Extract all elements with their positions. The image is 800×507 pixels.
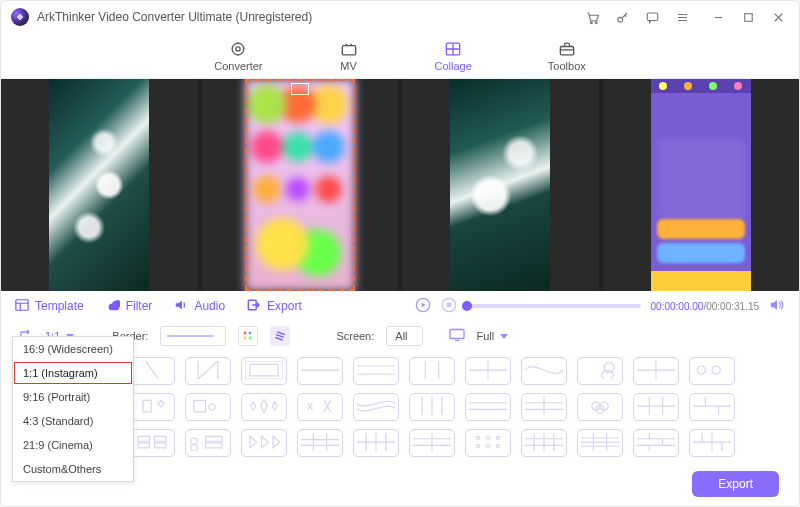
svg-rect-3 [647,13,658,21]
aspect-ratio-option[interactable]: 16:9 (Widescreen) [13,337,133,361]
nav-collage[interactable]: Collage [435,40,472,72]
converter-icon [228,40,248,58]
layout-template-cell[interactable] [521,357,567,385]
layout-template-cell[interactable] [129,393,175,421]
nav-label: Converter [214,60,262,72]
collage-preview[interactable] [1,79,799,291]
layout-template-cell[interactable] [465,357,511,385]
collage-pane-3[interactable] [402,79,599,291]
nav-toolbox[interactable]: Toolbox [548,40,586,72]
subtool-label: Audio [194,299,225,313]
audio-icon [174,298,188,315]
layout-template-cell[interactable] [577,357,623,385]
layout-template-cell[interactable] [241,393,287,421]
subtool-label: Export [267,299,302,313]
layout-template-cell[interactable] [353,393,399,421]
layout-template-cell[interactable] [577,393,623,421]
svg-point-18 [249,337,252,340]
layout-template-cell[interactable] [633,393,679,421]
volume-icon[interactable] [769,297,785,316]
layout-template-cell[interactable] [633,357,679,385]
titlebar: ArkThinker Video Converter Ultimate (Unr… [1,1,799,33]
nav-converter[interactable]: Converter [214,40,262,72]
svg-rect-7 [342,45,355,54]
nav-label: Collage [435,60,472,72]
app-logo [11,8,29,26]
svg-point-15 [244,332,247,335]
collage-pane-4[interactable] [603,79,800,291]
layout-template-cell[interactable] [185,393,231,421]
playback-timeline[interactable] [467,304,641,308]
layout-template-cell[interactable] [689,429,735,457]
aspect-ratio-option[interactable]: 4:3 (Standard) [13,409,133,433]
close-icon[interactable] [767,6,789,28]
layout-template-cell[interactable] [521,429,567,457]
display-mode-dropdown[interactable]: Full [477,330,509,342]
app-title: ArkThinker Video Converter Ultimate (Unr… [37,10,312,24]
layout-template-cell[interactable] [241,357,287,385]
layout-template-cell[interactable] [633,429,679,457]
subtool-label: Filter [126,299,153,313]
layout-template-cell[interactable] [465,429,511,457]
maximize-icon[interactable] [737,6,759,28]
key-icon[interactable] [611,6,633,28]
time-duration: 00:00:31.15 [706,301,759,312]
layout-template-cell[interactable] [129,357,175,385]
layout-template-cell[interactable] [689,357,735,385]
layout-template-cell[interactable] [409,357,455,385]
border-pattern-toggle[interactable] [270,326,290,346]
export-button[interactable]: Export [692,471,779,497]
timeline-knob[interactable] [462,301,472,311]
screen-select[interactable]: All [386,326,422,346]
border-style-dropdown[interactable] [160,326,226,346]
layout-template-cell[interactable] [185,357,231,385]
svg-point-0 [590,21,592,23]
svg-rect-14 [446,302,450,306]
svg-rect-4 [744,13,752,21]
layout-template-cell[interactable] [465,393,511,421]
svg-rect-10 [16,299,28,310]
aspect-ratio-option[interactable]: 21:9 (Cinema) [13,433,133,457]
feedback-icon[interactable] [641,6,663,28]
aspect-ratio-menu[interactable]: 16:9 (Widescreen)1:1 (Instagram)9:16 (Po… [12,336,134,482]
nav-mv[interactable]: MV [339,40,359,72]
screen-value: All [395,330,407,342]
cart-icon[interactable] [581,6,603,28]
aspect-ratio-option[interactable]: Custom&Others [13,457,133,481]
collage-icon [443,40,463,58]
border-color-picker[interactable] [238,326,258,346]
subtool-label: Template [35,299,84,313]
layout-template-cell[interactable] [185,429,231,457]
svg-point-6 [236,46,240,50]
layout-template-cell[interactable] [577,429,623,457]
layout-template-cell[interactable] [409,393,455,421]
top-nav: Converter MV Collage Toolbox [1,33,799,79]
template-icon [15,298,29,315]
subtool-bar: Template Filter Audio Export 00:00:00.00… [1,291,799,321]
subtool-template[interactable]: Template [15,298,84,315]
stop-button[interactable] [441,297,457,316]
layout-template-cell[interactable] [297,357,343,385]
nav-label: MV [340,60,357,72]
collage-pane-2[interactable] [202,79,399,291]
layout-template-cell[interactable] [297,429,343,457]
collage-pane-1[interactable] [1,79,198,291]
time-current: 00:00:00.00 [651,301,704,312]
subtool-audio[interactable]: Audio [174,298,225,315]
layout-template-cell[interactable] [689,393,735,421]
layout-template-cell[interactable] [129,429,175,457]
aspect-ratio-option[interactable]: 1:1 (Instagram) [13,361,133,385]
minimize-icon[interactable] [707,6,729,28]
subtool-filter[interactable]: Filter [106,298,153,315]
layout-template-cell[interactable] [353,429,399,457]
subtool-export[interactable]: Export [247,298,302,315]
layout-template-cell[interactable] [241,429,287,457]
layout-template-cell[interactable] [521,393,567,421]
layout-template-cell[interactable] [353,357,399,385]
aspect-ratio-option[interactable]: 9:16 (Portrait) [13,385,133,409]
layout-template-cell[interactable] [297,393,343,421]
menu-icon[interactable] [671,6,693,28]
layout-template-cell[interactable] [409,429,455,457]
svg-point-16 [249,332,252,335]
play-button[interactable] [415,297,431,316]
